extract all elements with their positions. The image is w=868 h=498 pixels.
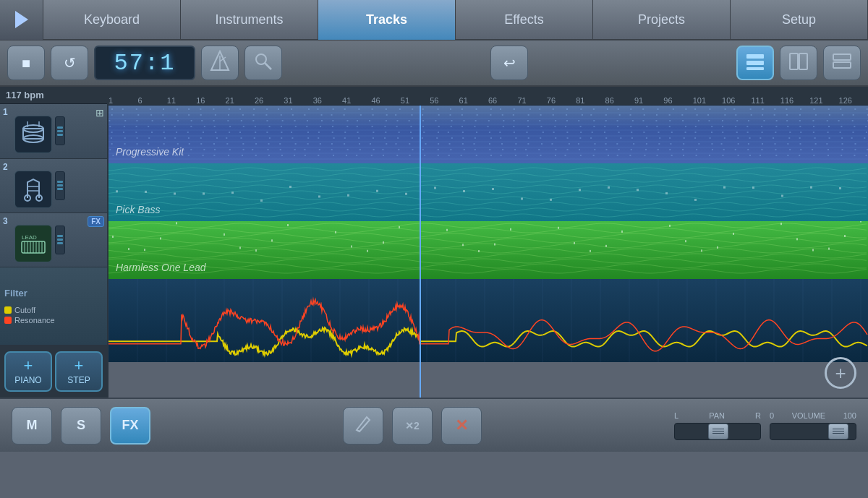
mute-button[interactable]: M [12,407,52,445]
svg-rect-8 [790,53,798,69]
view-single-button[interactable] [823,46,861,80]
svg-rect-9 [799,53,807,69]
track-header-2: 2 [0,159,107,213]
svg-point-3 [256,54,266,64]
cutoff-color-dot [4,306,12,314]
track-volume-3[interactable] [55,226,65,254]
metronome-icon [210,50,230,77]
bottom-bar: M S FX ✕2 ✕ L PAN R [0,398,868,452]
zoom-icon [254,52,273,74]
track-name-drums: Progressive Kit [116,146,184,158]
piano-step-row: + PIANO + STEP [0,345,107,398]
single-icon [832,52,852,74]
loop-button[interactable]: ↺ [51,46,88,80]
svg-rect-7 [746,67,764,70]
filter-legend-resonance: Resonance [4,316,55,325]
tab-instruments[interactable]: Instruments [181,0,318,40]
pan-section: L PAN R [674,411,761,440]
track-row-filter[interactable] [109,279,868,362]
play-icon [15,11,28,28]
duplicate-icon: ✕2 [405,420,420,432]
view-split-button[interactable] [780,46,817,80]
tracks-container[interactable]: Progressive Kit Pick Bass Harmless One L… [109,106,868,398]
svg-text:LEAD: LEAD [22,234,37,241]
undo-button[interactable]: ↩ [490,46,528,80]
loop-icon: ↺ [64,54,76,72]
delete-button[interactable]: ✕ [441,407,482,445]
track-number-2: 2 [3,162,8,172]
tempo-display: 57:1 [94,46,195,80]
piano-plus-icon: + [24,358,33,374]
tab-effects[interactable]: Effects [456,0,593,40]
volume-section: 0 VOLUME 100 [770,411,856,440]
pencil-icon [354,414,373,437]
add-track-button[interactable]: + [825,357,856,389]
view-list-button[interactable] [736,46,774,80]
undo-icon: ↩ [503,54,516,72]
close-icon: ✕ [455,416,468,435]
main-area: 117 bpm 1 ⊞ 2 3 FX [0,87,868,398]
track-name-lead: Harmless One Lead [116,262,206,273]
track-volume-2[interactable] [55,171,65,200]
fx-button[interactable]: FX [110,407,150,445]
track-row-drums[interactable]: Progressive Kit [109,106,868,163]
tab-tracks[interactable]: Tracks [318,0,456,40]
zoom-button[interactable] [244,46,282,80]
track-volume-1[interactable] [55,116,65,145]
volume-label: 0 VOLUME 100 [770,411,856,420]
track-header-3: 3 FX LEAD [0,213,107,267]
draw-tool-button[interactable] [343,407,383,445]
track-row-lead[interactable]: Harmless One Lead [109,221,868,279]
metronome-button[interactable] [201,46,239,80]
solo-button[interactable]: S [61,407,101,445]
list-icon [745,52,765,74]
svg-rect-10 [833,54,851,60]
pan-slider[interactable] [674,423,761,440]
piano-roll-button[interactable]: + PIANO [4,351,52,392]
svg-rect-13 [23,129,43,139]
track-row-bass[interactable]: Pick Bass [109,163,868,221]
svg-line-4 [265,63,271,69]
resonance-color-dot [4,317,12,324]
timeline-ruler: 1611162126313641465156616671768186919610… [109,87,868,106]
track-header-1: 1 ⊞ [0,104,107,158]
timeline-area: 1611162126313641465156616671768186919610… [109,87,868,398]
filter-legend: Cutoff Resonance [4,306,55,325]
step-sequencer-button[interactable]: + STEP [55,351,103,392]
split-icon [788,52,809,74]
svg-line-30 [357,430,359,432]
pan-thumb[interactable] [708,424,728,439]
track-number-1: 1 [3,107,8,117]
play-button[interactable] [0,0,43,40]
toolbar: ■ ↺ 57:1 ↩ [0,40,868,87]
filter-header: Filter Cutoff Resonance [0,267,107,345]
grid-icon: ⊞ [95,107,104,119]
step-plus-icon: + [75,358,84,374]
track-headers: 117 bpm 1 ⊞ 2 3 FX [0,87,109,398]
filter-label: Filter [4,288,27,299]
tab-setup[interactable]: Setup [731,0,868,40]
stop-button[interactable]: ■ [7,46,45,80]
volume-thumb[interactable] [828,424,848,439]
svg-rect-6 [746,61,764,65]
stop-icon: ■ [22,55,30,72]
fx-badge-3: FX [88,216,104,227]
track-icon-bass[interactable] [14,171,52,208]
bpm-display: 117 bpm [0,87,107,104]
svg-rect-11 [833,62,851,68]
track-name-bass: Pick Bass [116,204,160,215]
volume-slider[interactable] [770,423,856,440]
pan-label: L PAN R [674,411,761,420]
duplicate-button[interactable]: ✕2 [392,407,433,445]
track-icon-drums[interactable] [14,116,52,153]
svg-rect-5 [746,54,764,59]
tab-projects[interactable]: Projects [593,0,731,40]
track-icon-lead[interactable]: LEAD [14,225,52,262]
tab-keyboard[interactable]: Keyboard [43,0,181,40]
top-nav: Keyboard Instruments Tracks Effects Proj… [0,0,868,40]
filter-legend-cutoff: Cutoff [4,306,55,314]
track-number-3: 3 [3,216,8,226]
